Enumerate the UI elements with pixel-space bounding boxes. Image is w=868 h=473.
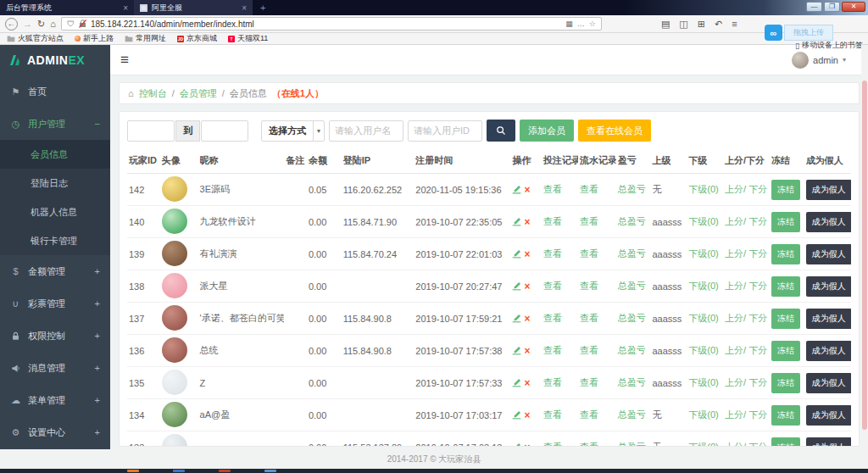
total-profit-link[interactable]: 总盈亏 [618,216,646,226]
become-fake-button[interactable]: 成为假人 [806,437,851,448]
total-profit-link[interactable]: 总盈亏 [618,377,646,387]
freeze-button[interactable]: 冻结 [771,341,800,361]
edit-icon[interactable] [512,410,521,420]
library-icon[interactable]: ▤ [661,19,670,30]
tab-close-icon[interactable]: × [242,3,247,13]
edit-icon[interactable] [512,314,521,324]
subordinate-link[interactable]: 下级(0) [688,216,718,226]
edit-icon[interactable] [512,378,521,388]
flow-record-link[interactable]: 查看 [580,184,598,194]
back-icon[interactable]: ← [5,18,18,31]
delete-icon[interactable]: × [524,442,530,448]
flow-record-link[interactable]: 查看 [580,345,598,355]
app-logo[interactable]: ADMINEX [0,45,110,75]
flow-record-link[interactable]: 查看 [580,377,598,387]
taskbar-item[interactable] [219,470,231,472]
edit-icon[interactable] [512,442,521,448]
menu-icon[interactable]: ≡ [732,19,737,30]
bookmark-item[interactable]: 常用网址 [125,33,166,44]
edit-icon[interactable] [512,346,521,356]
delete-icon[interactable]: × [524,313,530,325]
delete-icon[interactable]: × [524,281,530,292]
bookmark-item[interactable]: 新手上路 [75,33,114,44]
date-from-input[interactable] [127,120,175,142]
bookmark-item[interactable]: JD京东商城 [177,33,217,44]
close-button[interactable]: ✕ [842,2,865,12]
freeze-button[interactable]: 冻结 [771,244,800,264]
bet-record-link[interactable]: 查看 [543,184,562,194]
score-down-link[interactable]: 下分 [748,216,767,226]
score-down-link[interactable]: 下分 [748,377,767,387]
sidebar-item-user-mgmt[interactable]: ◷用户管理− [0,108,110,140]
become-fake-button[interactable]: 成为假人 [806,373,851,393]
score-up-link[interactable]: 上分/ [725,216,748,226]
total-profit-link[interactable]: 总盈亏 [618,281,646,291]
subordinate-link[interactable]: 下级(0) [688,313,718,323]
freeze-button[interactable]: 冻结 [771,373,800,393]
flow-record-link[interactable]: 查看 [580,313,598,323]
delete-icon[interactable]: × [524,184,530,196]
score-down-link[interactable]: 下分 [748,248,767,259]
forward-icon[interactable]: → [23,19,32,29]
edit-icon[interactable] [512,185,521,195]
delete-icon[interactable]: × [524,345,530,357]
qr-grid-icon[interactable]: ▦ [565,19,573,28]
subordinate-link[interactable]: 下级(0) [688,248,718,259]
delete-icon[interactable]: × [524,409,530,421]
user-menu[interactable]: admin ▾ [792,52,846,69]
subordinate-link[interactable]: 下级(0) [688,281,718,291]
userid-input[interactable] [408,120,482,142]
new-tab-button[interactable]: + [253,0,273,15]
url-bar[interactable]: 🛡 185.184.221.140/admin/member/index.htm… [61,17,602,31]
freeze-button[interactable]: 冻结 [771,309,800,329]
sidebar-subitem[interactable]: 会员信息 [0,140,110,169]
sidebar-item-permission[interactable]: 权限控制+ [0,320,110,352]
taskbar-item[interactable] [264,470,276,472]
flow-record-link[interactable]: 查看 [580,409,598,420]
bet-record-link[interactable]: 查看 [543,409,562,420]
sidebar-subitem[interactable]: 机器人信息 [0,198,110,226]
edit-icon[interactable] [512,249,521,259]
page-scrollbar[interactable] [861,45,868,469]
sidebar-subitem[interactable]: 登陆日志 [0,169,110,198]
minimize-button[interactable]: — [806,2,822,12]
subordinate-link[interactable]: 下级(0) [688,442,718,447]
mobile-bookmarks[interactable]: ▯ 移动设备上的书签 [795,40,863,51]
score-down-link[interactable]: 下分 [748,184,767,194]
reload-icon[interactable]: ↻ [37,19,45,29]
sidebar-item-settings[interactable]: ⚙设置中心+ [0,416,110,448]
become-fake-button[interactable]: 成为假人 [806,341,851,361]
freeze-button[interactable]: 冻结 [771,276,800,297]
scrollbar-thumb[interactable] [862,81,867,430]
sidebar-subitem[interactable]: 银行卡管理 [0,226,110,255]
freeze-button[interactable]: 冻结 [771,212,800,232]
maximize-button[interactable]: ❐ [824,2,840,12]
score-down-link[interactable]: 下分 [748,409,767,420]
freeze-button[interactable]: 冻结 [771,405,800,426]
screenshot-icon[interactable]: ⊞ [698,19,705,30]
breadcrumb-section[interactable]: 会员管理 [180,87,217,100]
browser-tab-admin[interactable]: 后台管理系统 × [0,0,134,15]
score-down-link[interactable]: 下分 [748,313,767,323]
search-button[interactable] [487,120,515,142]
flow-record-link[interactable]: 查看 [580,216,598,226]
delete-icon[interactable]: × [524,216,530,228]
sidebar-item-message-mgmt[interactable]: 消息管理+ [0,352,110,384]
taskbar-item[interactable] [127,470,139,472]
become-fake-button[interactable]: 成为假人 [806,309,851,329]
delete-icon[interactable]: × [524,377,530,389]
sidebar-item-lottery-mgmt[interactable]: ∪彩票管理+ [0,287,110,320]
total-profit-link[interactable]: 总盈亏 [618,442,646,447]
breadcrumb-console[interactable]: 控制台 [139,87,167,100]
bookmark-item[interactable]: T天猫双11 [228,33,268,44]
shield-icon[interactable]: 🛡 [67,19,75,28]
score-up-link[interactable]: 上分/ [725,281,748,291]
taskbar-item[interactable] [173,470,185,472]
bookmark-item[interactable]: 火狐官方站点 [7,33,64,44]
score-up-link[interactable]: 上分/ [725,442,748,447]
bet-record-link[interactable]: 查看 [543,313,562,323]
date-to-input[interactable] [201,120,248,142]
delete-icon[interactable]: × [524,248,530,260]
bet-record-link[interactable]: 查看 [543,216,562,226]
bookmark-star-icon[interactable]: ☆ [589,19,596,28]
